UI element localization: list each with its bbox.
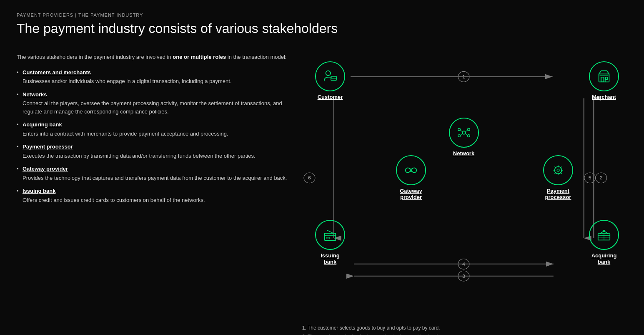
header-label: PAYMENT PROVIDERS | THE PAYMENT INDUSTRY [17, 13, 627, 18]
term-issuing: Issuing bank [23, 187, 292, 195]
svg-rect-26 [601, 77, 604, 82]
term-acquiring: Acquiring bank [23, 121, 292, 129]
processor-icon-circle [543, 155, 573, 185]
term-networks: Networks [23, 91, 292, 99]
svg-point-34 [458, 128, 460, 131]
page-title: The payment industry consists of various… [17, 21, 627, 36]
list-item: Gateway provider Provides the technology… [17, 165, 292, 182]
svg-point-12 [596, 173, 607, 183]
svg-line-57 [327, 230, 333, 234]
merchant-label: Merchant [592, 94, 616, 100]
svg-point-43 [412, 168, 416, 172]
list-item: Customers and merchants Businesses and/o… [17, 68, 292, 86]
svg-point-7 [304, 173, 315, 183]
list-item: Payment processor Executes the transacti… [17, 143, 292, 160]
svg-line-40 [460, 133, 463, 135]
node-customer: Customer [315, 61, 345, 100]
network-icon-circle [449, 118, 479, 148]
svg-rect-27 [606, 77, 608, 80]
node-acquiring: Acquiringbank [589, 220, 619, 265]
right-panel: 1 6 5 2 [300, 53, 627, 335]
note-1: The customer selects goods to buy and op… [308, 324, 627, 332]
list-item: Acquiring bank Enters into a contract wi… [17, 121, 292, 138]
left-panel: The various stakeholders in the payment … [17, 53, 292, 335]
svg-point-45 [557, 169, 559, 171]
intro-text: The various stakeholders in the payment … [17, 53, 292, 62]
svg-point-18 [458, 271, 469, 281]
customer-label: Customer [318, 94, 343, 100]
list-item: Issuing bank Offers credit and issues cr… [17, 187, 292, 204]
issuing-icon-circle [315, 220, 345, 250]
term-customers: Customers and merchants [23, 68, 292, 77]
issuing-label: Issuingbank [321, 252, 340, 265]
desc-networks: Connect all the players, oversee the pay… [23, 100, 282, 115]
bullet-list: Customers and merchants Businesses and/o… [17, 68, 292, 204]
svg-text:1: 1 [462, 74, 465, 79]
term-gateway: Gateway provider [23, 165, 292, 173]
svg-point-33 [462, 131, 466, 134]
diagram: 1 6 5 2 [300, 53, 627, 320]
node-issuing: Issuingbank [315, 220, 345, 265]
svg-point-42 [406, 168, 410, 172]
desc-acquiring: Enters into a contract with merchants to… [23, 131, 228, 137]
svg-text:6: 6 [308, 175, 311, 181]
notes-list: The customer selects goods to buy and op… [300, 324, 627, 335]
svg-point-35 [467, 128, 470, 131]
svg-point-4 [458, 71, 469, 82]
svg-rect-54 [325, 233, 336, 240]
node-gateway: Gatewayprovider [396, 155, 426, 200]
processor-label: Paymentprocessor [545, 188, 571, 200]
svg-point-37 [467, 135, 470, 137]
desc-processor: Executes the transaction by transmitting… [23, 153, 256, 159]
term-processor: Payment processor [23, 143, 292, 151]
node-processor: Paymentprocessor [543, 155, 573, 200]
node-merchant: Merchant [589, 61, 619, 100]
svg-text:2: 2 [600, 175, 603, 181]
page: PAYMENT PROVIDERS | THE PAYMENT INDUSTRY… [0, 0, 644, 335]
svg-point-36 [458, 135, 460, 137]
svg-line-38 [460, 130, 463, 132]
svg-point-10 [584, 173, 596, 183]
arrows-svg: 1 6 5 2 [300, 53, 627, 320]
desc-customers: Businesses and/or individuals who engage… [23, 78, 232, 84]
svg-text:4: 4 [462, 261, 465, 267]
footer-notes: The customer selects goods to buy and op… [300, 324, 627, 335]
customer-icon-circle [315, 61, 345, 91]
list-item: Networks Connect all the players, overse… [17, 91, 292, 116]
merchant-icon-circle [589, 61, 619, 91]
acquiring-label: Acquiringbank [591, 252, 617, 265]
svg-rect-56 [326, 237, 330, 239]
network-label: Network [453, 150, 474, 156]
svg-line-41 [465, 133, 467, 135]
desc-gateway: Provides the technology that captures an… [23, 175, 287, 181]
svg-line-39 [465, 130, 467, 132]
node-network: Network [449, 118, 479, 156]
content-area: The various stakeholders in the payment … [17, 53, 627, 335]
acquiring-icon-circle [589, 220, 619, 250]
svg-text:3: 3 [462, 273, 465, 279]
svg-point-16 [458, 259, 469, 269]
desc-issuing: Offers credit and issues credit cards to… [23, 197, 205, 203]
note-2: The merchant submits the transaction to … [308, 333, 627, 335]
svg-point-22 [326, 71, 331, 76]
gateway-label: Gatewayprovider [400, 188, 422, 200]
svg-text:5: 5 [589, 175, 591, 181]
gateway-icon-circle [396, 155, 426, 185]
